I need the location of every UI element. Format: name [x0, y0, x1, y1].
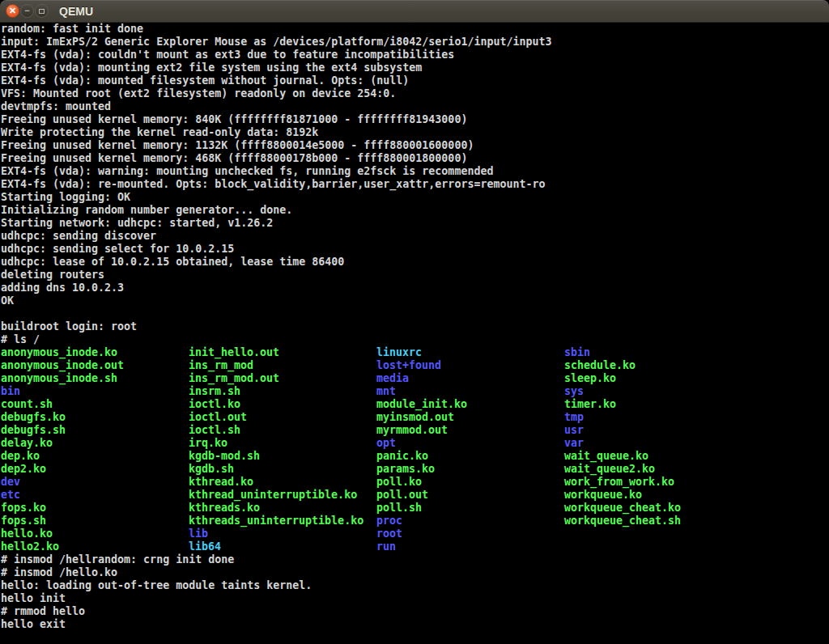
ls-entry: module_init.ko — [376, 398, 564, 411]
ls-entry: work_from_work.ko — [564, 476, 829, 489]
tail-log: # insmod /hellrandom: crng init done# in… — [1, 553, 829, 631]
titlebar[interactable]: ✕ − QEMU — [0, 0, 829, 23]
ls-entry: kgdb-mod.sh — [189, 450, 376, 463]
terminal-line: VFS: Mounted root (ext2 filesystem) read… — [1, 87, 829, 100]
qemu-window: ✕ − QEMU random: fast init doneinput: Im… — [0, 0, 829, 644]
terminal-line: # insmod /hello.ko — [1, 566, 829, 579]
ls-entry: ioctl.sh — [189, 424, 376, 437]
terminal-line: input: ImExPS/2 Generic Explorer Mouse a… — [1, 36, 829, 49]
ls-entry: debugfs.ko — [1, 411, 189, 424]
terminal-screen[interactable]: random: fast init doneinput: ImExPS/2 Ge… — [0, 23, 829, 644]
terminal-line: Freeing unused kernel memory: 468K (ffff… — [1, 152, 829, 165]
terminal-line: OK — [1, 294, 829, 307]
ls-entry: kthread_uninterruptible.ko — [189, 489, 376, 502]
ls-entry: opt — [376, 437, 564, 450]
terminal-line — [1, 307, 829, 320]
ls-entry: lib — [189, 527, 376, 540]
ls-entry: hello.ko — [1, 527, 189, 540]
ls-entry: ioctl.out — [189, 411, 376, 424]
terminal-line: Freeing unused kernel memory: 1132K (fff… — [1, 139, 829, 152]
terminal-line: EXT4-fs (vda): re-mounted. Opts: block_v… — [1, 178, 829, 191]
ls-entry: ins_rm_mod.out — [189, 372, 376, 385]
ls-entry: params.ko — [376, 463, 564, 476]
ls-entry: kthreads.ko — [189, 502, 376, 515]
ls-entry: panic.ko — [376, 450, 564, 463]
terminal-line: deleting routers — [1, 269, 829, 282]
terminal-line: hello init — [1, 592, 829, 605]
ls-entry: myinsmod.out — [376, 411, 564, 424]
minimize-button[interactable]: − — [20, 4, 34, 18]
terminal-line: adding dns 10.0.2.3 — [1, 282, 829, 294]
maximize-icon — [39, 9, 45, 14]
prompt-line: # — [1, 631, 829, 644]
ls-entry: workqueue_cheat.sh — [564, 515, 829, 527]
ls-entry: kthread.ko — [189, 476, 376, 489]
ls-entry: wait_queue2.ko — [564, 463, 829, 476]
terminal-line: EXT4-fs (vda): couldn't mount as ext3 du… — [1, 49, 829, 61]
ls-entry: hello2.ko — [1, 540, 189, 553]
ls-entry: lost+found — [376, 359, 564, 372]
terminal-line: # insmod /hellrandom: crng init done — [1, 553, 829, 566]
terminal-line: # rmmod hello — [1, 605, 829, 618]
ls-entry: kgdb.sh — [189, 463, 376, 476]
terminal-line: Freeing unused kernel memory: 840K (ffff… — [1, 113, 829, 126]
ls-entry: workqueue.ko — [564, 489, 829, 502]
terminal-line: EXT4-fs (vda): warning: mounting uncheck… — [1, 165, 829, 178]
terminal-line: # ls / — [1, 333, 829, 346]
terminal-line: devtmpfs: mounted — [1, 100, 829, 113]
ls-output: anonymous_inode.koanonymous_inode.outano… — [1, 346, 829, 553]
terminal-line: Starting logging: OK — [1, 191, 829, 204]
terminal-line: Initializing random number generator... … — [1, 204, 829, 217]
ls-entry: usr — [564, 424, 829, 437]
ls-entry: schedule.ko — [564, 359, 829, 372]
ls-entry: ioctl.ko — [189, 398, 376, 411]
boot-log: random: fast init doneinput: ImExPS/2 Ge… — [1, 23, 829, 346]
window-title: QEMU — [59, 0, 93, 23]
ls-entry: insrm.sh — [189, 385, 376, 398]
ls-entry: linuxrc — [376, 346, 564, 359]
ls-entry: anonymous_inode.sh — [1, 372, 189, 385]
ls-entry: sbin — [564, 346, 829, 359]
terminal-line: udhcpc: sending select for 10.0.2.15 — [1, 243, 829, 256]
ls-entry: anonymous_inode.ko — [1, 346, 189, 359]
ls-entry: timer.ko — [564, 398, 829, 411]
ls-entry: proc — [376, 515, 564, 527]
ls-entry: poll.sh — [376, 502, 564, 515]
ls-entry: ins_rm_mod — [189, 359, 376, 372]
terminal-line: hello: loading out-of-tree module taints… — [1, 579, 829, 592]
ls-entry: lib64 — [189, 540, 376, 553]
terminal-line: buildroot login: root — [1, 320, 829, 333]
ls-entry: root — [376, 527, 564, 540]
ls-entry: dev — [1, 476, 189, 489]
ls-entry: media — [376, 372, 564, 385]
terminal-line: udhcpc: lease of 10.0.2.15 obtained, lea… — [1, 256, 829, 269]
ls-entry: run — [376, 540, 564, 553]
ls-entry: wait_queue.ko — [564, 450, 829, 463]
maximize-button[interactable] — [35, 4, 49, 18]
terminal-line: EXT4-fs (vda): mounted filesystem withou… — [1, 74, 829, 87]
terminal-line: Write protecting the kernel read-only da… — [1, 126, 829, 139]
ls-entry: sleep.ko — [564, 372, 829, 385]
terminal-line: hello exit — [1, 618, 829, 631]
terminal-line: Starting network: udhcpc: started, v1.26… — [1, 217, 829, 230]
ls-entry: fops.sh — [1, 515, 189, 527]
ls-entry: poll.out — [376, 489, 564, 502]
terminal-line: EXT4-fs (vda): mounting ext2 file system… — [1, 61, 829, 74]
ls-entry: tmp — [564, 411, 829, 424]
ls-entry: etc — [1, 489, 189, 502]
terminal-line: random: fast init done — [1, 23, 829, 36]
ls-entry: irq.ko — [189, 437, 376, 450]
ls-entry: poll.ko — [376, 476, 564, 489]
close-button[interactable]: ✕ — [6, 4, 19, 18]
ls-entry: myrmmod.out — [376, 424, 564, 437]
ls-entry: workqueue_cheat.ko — [564, 502, 829, 515]
minimize-icon: − — [24, 6, 29, 15]
ls-entry: sys — [564, 385, 829, 398]
ls-entry: bin — [1, 385, 189, 398]
ls-entry: debugfs.sh — [1, 424, 189, 437]
ls-entry: var — [564, 437, 829, 450]
ls-entry: delay.ko — [1, 437, 189, 450]
ls-entry: dep2.ko — [1, 463, 189, 476]
ls-entry: anonymous_inode.out — [1, 359, 189, 372]
ls-entry: kthreads_uninterruptible.ko — [189, 515, 376, 527]
